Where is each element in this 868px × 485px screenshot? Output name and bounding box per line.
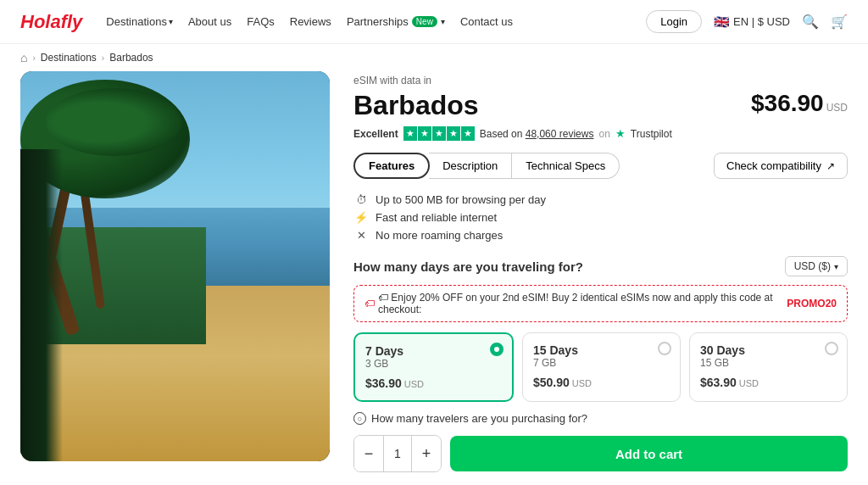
tab-group: Features Description Technical Specs (353, 153, 620, 179)
nav-reviews[interactable]: Reviews (290, 15, 331, 28)
features-list: ⏱ Up to 500 MB for browsing per day ⚡ Fa… (353, 191, 848, 244)
nav-destinations[interactable]: Destinations ▾ (106, 15, 173, 28)
quantity-increase-button[interactable]: + (412, 436, 441, 471)
plan-card-15days[interactable]: 15 Days 7 GB $50.90 USD (522, 332, 681, 402)
quantity-control: − 1 + (353, 435, 442, 472)
chevron-down-icon: ▾ (834, 262, 838, 271)
travelers-row: ○ How many travelers are you purchasing … (353, 412, 848, 425)
plan-gb-3: 3 GB (365, 358, 502, 370)
main-nav: Destinations ▾ About us FAQs Reviews Par… (106, 15, 513, 28)
no-roaming-icon: ✕ (353, 229, 369, 242)
search-icon[interactable]: 🔍 (802, 14, 819, 30)
tabs-row: Features Description Technical Specs Che… (353, 153, 848, 179)
nav-partnerships[interactable]: Partnerships New ▾ (347, 15, 445, 28)
trustpilot-icon: ★ (615, 127, 626, 140)
days-header: How many days are you traveling for? USD… (353, 256, 848, 276)
plan-card-30days[interactable]: 30 Days 15 GB $63.90 USD (689, 332, 848, 402)
feature-item-1: ⚡ Fast and reliable internet (353, 209, 848, 226)
login-button[interactable]: Login (646, 10, 702, 33)
plan-days-30: 30 Days (700, 343, 837, 357)
days-title: How many days are you traveling for? (353, 259, 583, 274)
tab-technical-specs[interactable]: Technical Specs (512, 153, 620, 179)
plan-price-7: $36.90 USD (365, 376, 502, 390)
add-to-cart-button[interactable]: Add to cart (450, 436, 848, 471)
external-link-icon: ↗ (826, 160, 835, 172)
product-image (20, 71, 330, 461)
breadcrumb-separator2: › (102, 53, 104, 63)
promo-icon: 🏷 (364, 298, 375, 309)
feature-item-2: ✕ No more roaming charges (353, 226, 848, 244)
breadcrumb-separator: › (32, 53, 35, 63)
plan-price-30: $63.90 USD (700, 376, 837, 389)
currency-select[interactable]: USD ($) ▾ (785, 256, 848, 276)
plan-gb-15: 15 GB (700, 357, 837, 369)
esim-label: eSIM with data in (353, 75, 848, 86)
star-rating: ★ ★ ★ ★ ★ (403, 126, 475, 141)
reviews-row: Excellent ★ ★ ★ ★ ★ Based on 48,060 revi… (353, 126, 848, 141)
reviews-platform-separator: on (598, 128, 609, 140)
new-badge: New (412, 16, 437, 27)
reviews-text: Based on 48,060 reviews (480, 128, 594, 140)
breadcrumb-destinations[interactable]: Destinations (41, 52, 97, 64)
travelers-label: How many travelers are you purchasing fo… (371, 412, 587, 425)
data-icon: ⏱ (353, 193, 369, 206)
promo-text: 🏷 Enjoy 20% OFF on your 2nd eSIM! Buy 2 … (378, 292, 783, 315)
quantity-value: 1 (383, 436, 412, 471)
promo-code: PROMO20 (787, 298, 837, 309)
trustpilot-label: Trustpilot (631, 128, 672, 140)
check-compatibility-button[interactable]: Check compatibility ↗ (714, 153, 848, 179)
product-details: eSIM with data in Barbados $36.90 USD Ex… (330, 71, 848, 472)
flag-icon: 🇬🇧 (714, 14, 730, 30)
product-title: Barbados (353, 90, 479, 121)
plan-days-15: 15 Days (533, 343, 670, 357)
header-right: Login 🇬🇧 EN | $ USD 🔍 🛒 (646, 10, 848, 33)
cart-row: − 1 + Add to cart (353, 435, 848, 472)
language-selector[interactable]: 🇬🇧 EN | $ USD (714, 14, 790, 30)
plan-days-7: 7 Days (365, 344, 502, 358)
header: Holafly Destinations ▾ About us FAQs Rev… (0, 0, 868, 44)
cart-icon[interactable]: 🛒 (831, 14, 848, 30)
plan-radio-7days (490, 343, 504, 356)
main-content: eSIM with data in Barbados $36.90 USD Ex… (0, 71, 868, 472)
nav-about[interactable]: About us (188, 15, 231, 28)
chevron-down-icon: ▾ (441, 17, 445, 26)
promo-banner: 🏷 🏷 Enjoy 20% OFF on your 2nd eSIM! Buy … (353, 285, 848, 322)
plan-radio-15days (658, 342, 671, 355)
star-4: ★ (447, 126, 460, 141)
star-1: ★ (403, 126, 417, 141)
plan-radio-30days (825, 342, 838, 355)
reviews-count-link[interactable]: 48,060 reviews (526, 128, 594, 140)
star-3: ★ (432, 126, 446, 141)
plans-container: 7 Days 3 GB $36.90 USD 15 Days 7 GB $50.… (353, 332, 848, 402)
breadcrumb-current: Barbados (109, 52, 153, 64)
product-price-container: $36.90 USD (751, 90, 848, 117)
feature-item-0: ⏱ Up to 500 MB for browsing per day (353, 191, 848, 209)
breadcrumb: ⌂ › Destinations › Barbados (0, 44, 868, 71)
price-currency: USD (826, 102, 848, 114)
quantity-decrease-button[interactable]: − (354, 436, 383, 471)
nav-faqs[interactable]: FAQs (247, 15, 275, 28)
reviews-label: Excellent (353, 128, 398, 140)
speed-icon: ⚡ (353, 211, 369, 224)
logo[interactable]: Holafly (20, 11, 82, 33)
lang-label: EN | $ USD (733, 15, 790, 28)
tab-features[interactable]: Features (353, 153, 430, 179)
product-price: $36.90 (751, 90, 824, 117)
home-icon[interactable]: ⌂ (20, 51, 27, 64)
title-price-row: Barbados $36.90 USD (353, 90, 848, 121)
plan-card-7days[interactable]: 7 Days 3 GB $36.90 USD (353, 332, 514, 402)
chevron-down-icon: ▾ (169, 17, 173, 26)
plan-gb-7: 7 GB (533, 357, 670, 369)
nav-contact[interactable]: Contact us (460, 15, 513, 28)
plan-price-15: $50.90 USD (533, 376, 670, 389)
tab-description[interactable]: Description (429, 153, 512, 179)
circle-icon: ○ (353, 412, 366, 425)
star-2: ★ (418, 126, 431, 141)
star-5: ★ (461, 126, 475, 141)
